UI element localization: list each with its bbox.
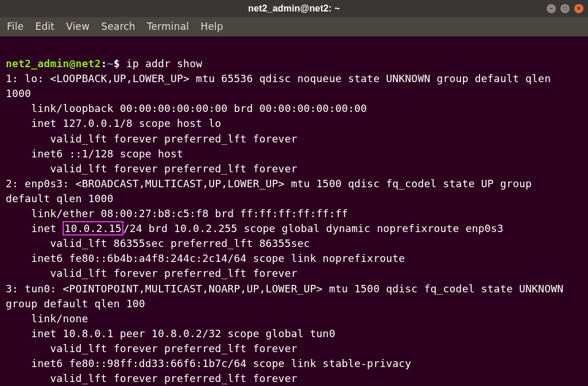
terminal-area[interactable]: net2_admin@net2:~$ ip addr show 1: lo: <… xyxy=(0,37,588,386)
prompt-dollar: $ xyxy=(114,57,120,70)
menu-edit[interactable]: Edit xyxy=(35,20,55,34)
output-line: link/ether 08:00:27:b8:c5:f8 brd ff:ff:f… xyxy=(6,207,348,219)
prompt-colon: : xyxy=(101,57,107,70)
output-line: 2: enp0s3: <BROADCAST,MULTICAST,UP,LOWER… xyxy=(6,177,538,204)
window-title: net2_admin@net2: ~ xyxy=(248,2,340,15)
output-line: valid_lft forever preferred_lft forever xyxy=(6,133,297,145)
output-line: inet6 fe80::6b4b:a4f8:244c:2c14/64 scope… xyxy=(6,252,405,264)
output-line-inet-enp0s3: inet 10.0.2.15/24 brd 10.0.2.255 scope g… xyxy=(6,221,504,236)
output-line: inet6 ::1/128 scope host xyxy=(6,148,183,160)
output-line: inet6 fe80::98ff:dd33:66f6:1b7c/64 scope… xyxy=(6,357,411,369)
output-line: link/loopback 00:00:00:00:00:00 brd 00:0… xyxy=(6,102,367,114)
output-line: valid_lft 86355sec preferred_lft 86355se… xyxy=(6,237,310,249)
maximize-icon[interactable]: □ xyxy=(560,4,570,13)
prompt-user: net2_admin xyxy=(6,57,69,70)
command-text: ip addr show xyxy=(126,57,202,70)
highlighted-ip: 10.0.2.15 xyxy=(63,221,123,236)
output-line: 3: tun0: <POINTOPOINT,MULTICAST,NOARP,UP… xyxy=(6,283,570,310)
prompt-at: @ xyxy=(69,57,75,70)
menu-terminal[interactable]: Terminal xyxy=(147,20,189,34)
close-icon[interactable]: × xyxy=(574,4,583,13)
prompt-host: net2 xyxy=(75,57,100,70)
prompt-line-1: net2_admin@net2:~$ ip addr show xyxy=(6,57,202,70)
output-line: valid_lft forever preferred_lft forever xyxy=(6,372,297,384)
output-line: valid_lft forever preferred_lft forever xyxy=(6,163,297,175)
output-line: inet 10.8.0.1 peer 10.8.0.2/32 scope glo… xyxy=(6,327,335,339)
output-line: link/none xyxy=(6,312,88,325)
output-line: valid_lft forever preferred_lft forever xyxy=(6,342,297,354)
menu-file[interactable]: File xyxy=(7,20,24,34)
prompt-path: ~ xyxy=(107,57,114,70)
menu-view[interactable]: View xyxy=(66,20,90,34)
output-line: 1: lo: <LOOPBACK,UP,LOWER_UP> mtu 65536 … xyxy=(6,72,557,99)
output-line: inet 127.0.0.1/8 scope host lo xyxy=(6,117,221,129)
menu-help[interactable]: Help xyxy=(200,20,223,34)
menubar: File Edit View Search Terminal Help xyxy=(0,17,588,37)
window-controls: – □ × xyxy=(547,4,583,13)
minimize-icon[interactable]: – xyxy=(547,4,556,13)
menu-search[interactable]: Search xyxy=(101,20,136,34)
output-line: valid_lft forever preferred_lft forever xyxy=(6,267,297,279)
titlebar: net2_admin@net2: ~ – □ × xyxy=(0,0,588,17)
